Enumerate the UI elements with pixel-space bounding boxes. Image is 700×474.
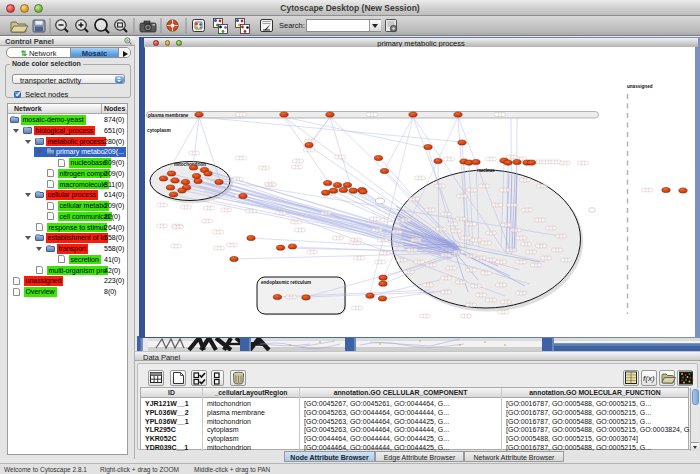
svg-text:[···]: [···] bbox=[510, 203, 514, 207]
svg-text:[···]: [···] bbox=[439, 227, 443, 231]
svg-text:[···]: [···] bbox=[438, 184, 442, 188]
svg-text:cytoplasm: cytoplasm bbox=[147, 128, 171, 133]
svg-text:[···]: [···] bbox=[549, 226, 553, 230]
svg-text:[···]: [···] bbox=[294, 220, 298, 224]
svg-text:[···]: [···] bbox=[160, 203, 164, 207]
svg-text:[···]: [···] bbox=[554, 160, 558, 164]
svg-text:[···]: [···] bbox=[489, 298, 493, 302]
svg-text:[···]: [···] bbox=[524, 242, 528, 246]
svg-text:[···]: [···] bbox=[474, 238, 478, 242]
svg-text:[···]: [···] bbox=[414, 238, 418, 242]
svg-text:[···]: [···] bbox=[523, 178, 527, 182]
svg-text:[···]: [···] bbox=[474, 284, 478, 288]
svg-text:[···]: [···] bbox=[353, 241, 357, 245]
svg-text:[···]: [···] bbox=[205, 219, 209, 223]
svg-text:[···]: [···] bbox=[459, 280, 463, 284]
svg-text:[···]: [···] bbox=[449, 266, 453, 270]
svg-text:f(x): f(x) bbox=[643, 374, 655, 383]
svg-text:plasma membrane: plasma membrane bbox=[148, 113, 189, 118]
svg-text:[···]: [···] bbox=[503, 188, 507, 192]
svg-text:[···]: [···] bbox=[459, 217, 463, 221]
svg-text:[···]: [···] bbox=[489, 258, 493, 262]
svg-text:[···]: [···] bbox=[555, 248, 559, 252]
svg-text:[···]: [···] bbox=[207, 206, 211, 210]
svg-text:[···]: [···] bbox=[395, 230, 399, 234]
svg-text:[···]: [···] bbox=[484, 241, 488, 245]
svg-text:[···]: [···] bbox=[404, 218, 408, 222]
svg-text:[···]: [···] bbox=[454, 229, 458, 233]
svg-text:[···]: [···] bbox=[444, 253, 448, 257]
svg-text:[···]: [···] bbox=[539, 244, 543, 248]
svg-text:[···]: [···] bbox=[224, 208, 228, 212]
svg-text:[···]: [···] bbox=[534, 263, 538, 267]
svg-text:[···]: [···] bbox=[540, 184, 544, 188]
svg-text:[···]: [···] bbox=[469, 268, 473, 272]
svg-text:[···]: [···] bbox=[307, 148, 311, 152]
svg-text:[···]: [···] bbox=[519, 236, 523, 240]
svg-text:[···]: [···] bbox=[479, 256, 483, 260]
svg-text:[···]: [···] bbox=[469, 254, 473, 258]
svg-text:[···]: [···] bbox=[407, 270, 411, 274]
svg-text:[···]: [···] bbox=[501, 310, 505, 314]
svg-text:[···]: [···] bbox=[447, 157, 451, 161]
svg-text:[···]: [···] bbox=[525, 208, 529, 212]
svg-text:[···]: [···] bbox=[489, 157, 493, 161]
svg-text:[···]: [···] bbox=[400, 258, 404, 262]
svg-text:[···]: [···] bbox=[464, 314, 468, 318]
svg-text:[···]: [···] bbox=[514, 228, 518, 232]
svg-text:[···]: [···] bbox=[504, 300, 508, 304]
svg-text:[···]: [···] bbox=[417, 260, 421, 264]
svg-text:[···]: [···] bbox=[482, 184, 486, 188]
svg-text:[···]: [···] bbox=[498, 113, 502, 117]
svg-text:[···]: [···] bbox=[429, 263, 433, 267]
svg-text:[···]: [···] bbox=[384, 218, 388, 222]
svg-text:[···]: [···] bbox=[176, 225, 180, 229]
svg-text:[···]: [···] bbox=[563, 161, 567, 165]
svg-text:[···]: [···] bbox=[464, 236, 468, 240]
svg-text:[···]: [···] bbox=[192, 151, 196, 155]
svg-text:[···]: [···] bbox=[510, 155, 514, 159]
svg-text:[···]: [···] bbox=[484, 271, 488, 275]
svg-text:[···]: [···] bbox=[262, 166, 266, 170]
svg-text:[···]: [···] bbox=[457, 250, 461, 254]
svg-text:[···]: [···] bbox=[174, 244, 178, 248]
svg-text:[···]: [···] bbox=[509, 248, 513, 252]
svg-text:[···]: [···] bbox=[236, 177, 240, 181]
svg-text:[···]: [···] bbox=[645, 188, 649, 192]
svg-text:[···]: [···] bbox=[289, 295, 293, 299]
svg-text:[···]: [···] bbox=[338, 155, 342, 159]
svg-text:unassigned: unassigned bbox=[627, 84, 653, 89]
svg-text:[···]: [···] bbox=[295, 165, 299, 169]
svg-text:[···]: [···] bbox=[375, 228, 379, 232]
svg-text:[···]: [···] bbox=[469, 303, 473, 307]
svg-text:[···]: [···] bbox=[444, 212, 448, 216]
svg-text:[···]: [···] bbox=[249, 209, 253, 213]
svg-text:[···]: [···] bbox=[559, 234, 563, 238]
svg-text:[···]: [···] bbox=[470, 188, 474, 192]
svg-text:[···]: [···] bbox=[324, 211, 328, 215]
svg-text:[···]: [···] bbox=[444, 290, 448, 294]
svg-text:[···]: [···] bbox=[444, 276, 448, 280]
svg-text:[···]: [···] bbox=[544, 256, 548, 260]
svg-text:[···]: [···] bbox=[536, 160, 540, 164]
svg-text:[···]: [···] bbox=[412, 197, 416, 201]
svg-text:[···]: [···] bbox=[381, 238, 385, 242]
svg-text:[···]: [···] bbox=[426, 283, 430, 287]
svg-text:[···]: [···] bbox=[279, 211, 283, 215]
svg-text:[···]: [···] bbox=[499, 283, 503, 287]
svg-text:[···]: [···] bbox=[519, 291, 523, 295]
svg-text:[···]: [···] bbox=[298, 228, 302, 232]
svg-text:[···]: [···] bbox=[519, 260, 523, 264]
svg-text:[···]: [···] bbox=[373, 217, 377, 221]
svg-text:[···]: [···] bbox=[469, 222, 473, 226]
svg-text:[···]: [···] bbox=[545, 160, 549, 164]
svg-text:[···]: [···] bbox=[184, 205, 188, 209]
svg-text:[···]: [···] bbox=[428, 208, 432, 212]
svg-text:[···]: [···] bbox=[370, 113, 374, 117]
svg-text:[···]: [···] bbox=[310, 250, 314, 254]
svg-text:[···]: [···] bbox=[564, 258, 568, 262]
svg-text:[···]: [···] bbox=[450, 222, 454, 226]
svg-text:[···]: [···] bbox=[538, 218, 542, 222]
svg-text:[···]: [···] bbox=[460, 194, 464, 198]
svg-text:endoplasmic reticulum: endoplasmic reticulum bbox=[261, 280, 311, 285]
